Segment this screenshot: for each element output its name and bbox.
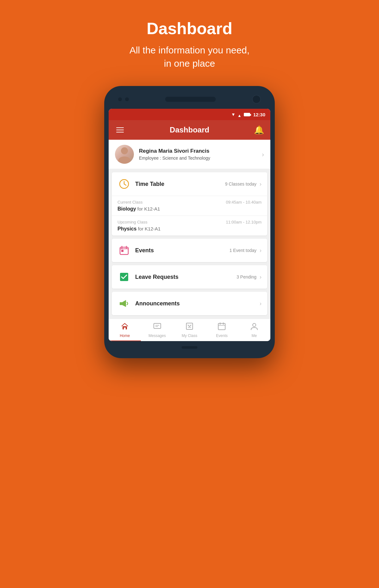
avatar [115,145,134,164]
announcements-card[interactable]: Announcements › [112,292,267,315]
nav-events[interactable]: Events [206,319,238,341]
notification-button[interactable]: 🔔 [254,125,264,135]
nav-home[interactable]: Home [109,319,141,341]
page-title: Dashboard [129,19,250,38]
leave-chevron: › [260,274,262,280]
upcoming-class-time: 11:00am - 12.10pm [226,220,262,224]
nav-messages-label: Messages [148,334,166,338]
upcoming-class-subject: Physics for K12-A1 [117,226,262,232]
svg-rect-3 [120,247,128,254]
svg-rect-12 [124,328,126,329]
announcements-title: Announcements [135,300,256,307]
events-card[interactable]: Events 1 Event today › [112,239,267,262]
page-subtitle: All the information you need, in one pla… [129,44,250,70]
myclass-icon [185,322,194,332]
svg-rect-9 [120,302,122,305]
svg-point-22 [253,323,256,327]
timetable-card-header[interactable]: Time Table 9 Classes today › [112,172,267,196]
events-chevron: › [260,247,262,254]
timetable-chevron: › [260,181,262,187]
announcements-card-header[interactable]: Announcements › [112,292,267,315]
timetable-card[interactable]: Time Table 9 Classes today › Current Cla… [112,172,267,236]
current-class-label: Current Class [117,200,142,205]
active-indicator [109,340,141,341]
events-nav-icon [218,322,226,332]
current-class-header: Current Class 09:45am - 10.40am [117,200,262,205]
leave-title: Leave Requests [135,274,237,280]
nav-myclass-label: My Class [182,334,197,338]
leave-requests-card[interactable]: Leave Requests 3 Pending › [112,265,267,289]
sensor-dot-2 [125,97,129,101]
user-role: Employee : Science and Technology [139,156,262,161]
nav-home-label: Home [120,334,130,338]
phone-home-button [182,346,197,349]
upcoming-class-item: Upcoming Class 11:00am - 12.10pm Physics… [112,216,267,236]
status-bar: ▼ 12:30 [109,109,270,120]
messages-icon [153,322,161,332]
phone-screen: ▼ 12:30 Dashboard 🔔 Regina Maria Sivori … [109,109,270,341]
current-class-subject: Biology for K12-A1 [117,206,262,212]
svg-marker-10 [122,300,126,307]
upcoming-class-header: Upcoming Class 11:00am - 12.10pm [117,220,262,224]
events-badge: 1 Event today [229,248,256,253]
user-card-chevron: › [262,151,264,158]
nav-me-label: Me [251,334,257,338]
battery-icon [244,113,250,116]
svg-rect-4 [121,250,123,252]
me-icon [250,322,258,332]
front-camera [252,95,261,104]
svg-rect-13 [154,323,161,328]
wifi-icon: ▼ [231,112,236,117]
status-time: 12:30 [253,112,265,117]
app-bar: Dashboard 🔔 [109,120,270,140]
timetable-badge: 9 Classes today [225,181,256,187]
leave-card-header[interactable]: Leave Requests 3 Pending › [112,265,267,289]
avatar-image [115,145,134,164]
phone-bottom-bezel [109,344,270,351]
timetable-title: Time Table [135,181,225,187]
phone-speaker [165,97,216,102]
app-bar-title: Dashboard [170,126,209,134]
home-icon [121,322,129,332]
nav-messages[interactable]: Messages [141,319,173,341]
svg-rect-18 [218,323,225,330]
announcements-chevron: › [260,300,262,307]
user-info: Regina Maria Sivori Francis Employee : S… [139,148,262,161]
nav-myclass[interactable]: My Class [173,319,206,341]
phone-top-bezel [109,93,270,106]
signal-icon [238,113,242,116]
checklist-icon [117,270,131,284]
phone-shell: ▼ 12:30 Dashboard 🔔 Regina Maria Sivori … [104,86,275,358]
events-card-header[interactable]: Events 1 Event today › [112,239,267,262]
user-profile-card[interactable]: Regina Maria Sivori Francis Employee : S… [109,140,270,169]
current-class-time: 09:45am - 10.40am [226,200,262,205]
page-header: Dashboard All the information you need, … [129,0,250,83]
events-title: Events [135,247,229,254]
user-name: Regina Maria Sivori Francis [139,148,262,154]
menu-button[interactable] [115,126,125,134]
bottom-nav: Home Messages [109,318,270,341]
clock-icon [117,177,131,191]
svg-line-2 [124,184,126,185]
content-area: Time Table 9 Classes today › Current Cla… [109,172,270,315]
nav-me[interactable]: Me [238,319,270,341]
sensor-dot [118,97,122,101]
status-icons: ▼ 12:30 [231,112,265,117]
phone-cameras [118,97,129,101]
leave-badge: 3 Pending [237,274,256,279]
nav-events-label: Events [216,334,228,338]
current-class-item: Current Class 09:45am - 10.40am Biology … [112,196,267,216]
speaker-icon [117,297,131,310]
upcoming-class-label: Upcoming Class [117,220,147,224]
calendar-icon [117,244,131,257]
